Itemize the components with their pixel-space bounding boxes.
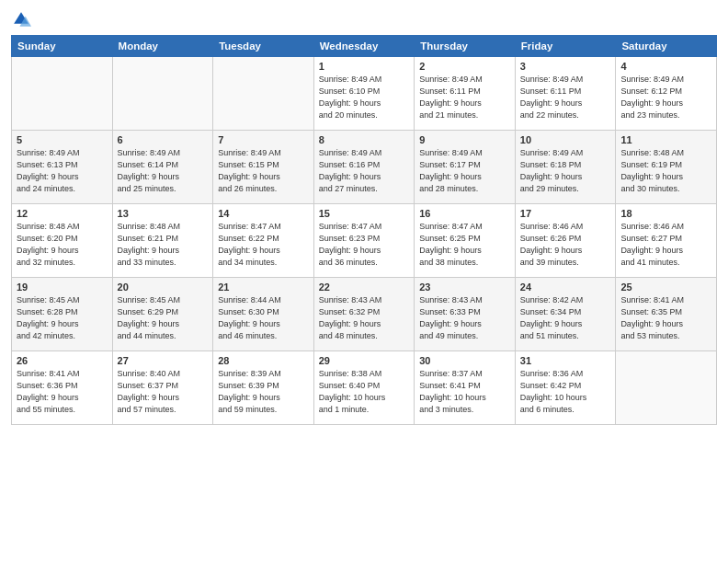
calendar-cell: 14Sunrise: 8:47 AM Sunset: 6:22 PM Dayli…	[213, 204, 314, 278]
calendar-week: 12Sunrise: 8:48 AM Sunset: 6:20 PM Dayli…	[12, 204, 717, 278]
day-number: 31	[520, 355, 611, 366]
calendar-cell: 29Sunrise: 8:38 AM Sunset: 6:40 PM Dayli…	[313, 351, 415, 425]
calendar-cell	[112, 57, 213, 131]
calendar-cell: 18Sunrise: 8:46 AM Sunset: 6:27 PM Dayli…	[616, 204, 717, 278]
day-info: Sunrise: 8:48 AM Sunset: 6:21 PM Dayligh…	[118, 221, 209, 269]
day-info: Sunrise: 8:46 AM Sunset: 6:27 PM Dayligh…	[620, 221, 711, 269]
page-container: SundayMondayTuesdayWednesdayThursdayFrid…	[0, 0, 728, 432]
calendar-cell: 4Sunrise: 8:49 AM Sunset: 6:12 PM Daylig…	[616, 57, 717, 131]
day-header: Wednesday	[313, 36, 415, 57]
day-number: 14	[218, 208, 309, 219]
day-info: Sunrise: 8:39 AM Sunset: 6:39 PM Dayligh…	[218, 368, 309, 416]
calendar-cell: 17Sunrise: 8:46 AM Sunset: 6:26 PM Dayli…	[515, 204, 616, 278]
day-number: 27	[118, 355, 209, 366]
day-info: Sunrise: 8:41 AM Sunset: 6:36 PM Dayligh…	[17, 368, 108, 416]
day-number: 18	[620, 208, 711, 219]
day-header: Friday	[515, 36, 616, 57]
calendar-cell: 3Sunrise: 8:49 AM Sunset: 6:11 PM Daylig…	[515, 57, 616, 131]
day-info: Sunrise: 8:48 AM Sunset: 6:20 PM Dayligh…	[17, 221, 108, 269]
day-info: Sunrise: 8:47 AM Sunset: 6:23 PM Dayligh…	[319, 221, 410, 269]
day-header: Tuesday	[213, 36, 314, 57]
header	[11, 9, 717, 29]
day-info: Sunrise: 8:37 AM Sunset: 6:41 PM Dayligh…	[419, 368, 510, 416]
calendar-cell: 10Sunrise: 8:49 AM Sunset: 6:18 PM Dayli…	[515, 131, 616, 204]
day-number: 12	[17, 208, 108, 219]
calendar-cell: 12Sunrise: 8:48 AM Sunset: 6:20 PM Dayli…	[12, 204, 113, 278]
day-info: Sunrise: 8:49 AM Sunset: 6:11 PM Dayligh…	[520, 74, 611, 121]
day-number: 28	[218, 355, 309, 366]
day-number: 5	[17, 134, 108, 145]
day-number: 29	[319, 355, 410, 366]
calendar-cell: 15Sunrise: 8:47 AM Sunset: 6:23 PM Dayli…	[313, 204, 415, 278]
day-info: Sunrise: 8:41 AM Sunset: 6:35 PM Dayligh…	[620, 294, 711, 342]
calendar-cell: 27Sunrise: 8:40 AM Sunset: 6:37 PM Dayli…	[112, 351, 213, 425]
calendar-cell: 31Sunrise: 8:36 AM Sunset: 6:42 PM Dayli…	[515, 351, 616, 425]
day-number: 3	[520, 61, 611, 72]
calendar-week: 1Sunrise: 8:49 AM Sunset: 6:10 PM Daylig…	[12, 57, 717, 131]
logo	[11, 9, 35, 29]
calendar-cell: 2Sunrise: 8:49 AM Sunset: 6:11 PM Daylig…	[415, 57, 516, 131]
logo-icon	[11, 9, 31, 29]
day-number: 1	[319, 61, 410, 72]
day-header: Thursday	[415, 36, 516, 57]
day-number: 20	[118, 282, 209, 293]
day-info: Sunrise: 8:49 AM Sunset: 6:17 PM Dayligh…	[419, 147, 510, 195]
day-number: 22	[319, 282, 410, 293]
day-info: Sunrise: 8:42 AM Sunset: 6:34 PM Dayligh…	[520, 294, 611, 342]
calendar-cell: 30Sunrise: 8:37 AM Sunset: 6:41 PM Dayli…	[415, 351, 516, 425]
day-number: 17	[520, 208, 611, 219]
calendar-cell: 25Sunrise: 8:41 AM Sunset: 6:35 PM Dayli…	[616, 278, 717, 351]
day-info: Sunrise: 8:48 AM Sunset: 6:19 PM Dayligh…	[620, 147, 711, 195]
day-info: Sunrise: 8:46 AM Sunset: 6:26 PM Dayligh…	[520, 221, 611, 269]
day-info: Sunrise: 8:49 AM Sunset: 6:16 PM Dayligh…	[319, 147, 410, 195]
day-info: Sunrise: 8:45 AM Sunset: 6:28 PM Dayligh…	[17, 294, 108, 342]
day-number: 15	[319, 208, 410, 219]
day-info: Sunrise: 8:38 AM Sunset: 6:40 PM Dayligh…	[319, 368, 410, 416]
day-number: 7	[218, 134, 309, 145]
day-info: Sunrise: 8:49 AM Sunset: 6:13 PM Dayligh…	[17, 147, 108, 195]
calendar-cell	[213, 57, 314, 131]
calendar-cell: 23Sunrise: 8:43 AM Sunset: 6:33 PM Dayli…	[415, 278, 516, 351]
day-number: 30	[419, 355, 510, 366]
calendar-cell: 13Sunrise: 8:48 AM Sunset: 6:21 PM Dayli…	[112, 204, 213, 278]
day-info: Sunrise: 8:49 AM Sunset: 6:15 PM Dayligh…	[218, 147, 309, 195]
calendar-cell: 8Sunrise: 8:49 AM Sunset: 6:16 PM Daylig…	[313, 131, 415, 204]
day-header: Saturday	[616, 36, 717, 57]
day-number: 23	[419, 282, 510, 293]
day-header: Monday	[112, 36, 213, 57]
day-info: Sunrise: 8:49 AM Sunset: 6:11 PM Dayligh…	[419, 74, 510, 121]
calendar-cell: 7Sunrise: 8:49 AM Sunset: 6:15 PM Daylig…	[213, 131, 314, 204]
day-info: Sunrise: 8:43 AM Sunset: 6:32 PM Dayligh…	[319, 294, 410, 342]
day-number: 10	[520, 134, 611, 145]
day-number: 26	[17, 355, 108, 366]
day-number: 21	[218, 282, 309, 293]
calendar-cell	[616, 351, 717, 425]
calendar-cell: 5Sunrise: 8:49 AM Sunset: 6:13 PM Daylig…	[12, 131, 113, 204]
day-number: 9	[419, 134, 510, 145]
calendar-cell: 9Sunrise: 8:49 AM Sunset: 6:17 PM Daylig…	[415, 131, 516, 204]
calendar-week: 5Sunrise: 8:49 AM Sunset: 6:13 PM Daylig…	[12, 131, 717, 204]
day-info: Sunrise: 8:49 AM Sunset: 6:18 PM Dayligh…	[520, 147, 611, 195]
day-info: Sunrise: 8:49 AM Sunset: 6:10 PM Dayligh…	[319, 74, 410, 121]
day-number: 24	[520, 282, 611, 293]
calendar-week: 26Sunrise: 8:41 AM Sunset: 6:36 PM Dayli…	[12, 351, 717, 425]
day-number: 8	[319, 134, 410, 145]
day-number: 19	[17, 282, 108, 293]
calendar-cell: 24Sunrise: 8:42 AM Sunset: 6:34 PM Dayli…	[515, 278, 616, 351]
day-number: 25	[620, 282, 711, 293]
day-info: Sunrise: 8:49 AM Sunset: 6:14 PM Dayligh…	[118, 147, 209, 195]
day-info: Sunrise: 8:40 AM Sunset: 6:37 PM Dayligh…	[118, 368, 209, 416]
calendar-cell: 1Sunrise: 8:49 AM Sunset: 6:10 PM Daylig…	[313, 57, 415, 131]
day-info: Sunrise: 8:49 AM Sunset: 6:12 PM Dayligh…	[620, 74, 711, 121]
calendar-cell: 26Sunrise: 8:41 AM Sunset: 6:36 PM Dayli…	[12, 351, 113, 425]
day-info: Sunrise: 8:43 AM Sunset: 6:33 PM Dayligh…	[419, 294, 510, 342]
calendar-week: 19Sunrise: 8:45 AM Sunset: 6:28 PM Dayli…	[12, 278, 717, 351]
calendar-cell: 21Sunrise: 8:44 AM Sunset: 6:30 PM Dayli…	[213, 278, 314, 351]
day-info: Sunrise: 8:47 AM Sunset: 6:22 PM Dayligh…	[218, 221, 309, 269]
header-row: SundayMondayTuesdayWednesdayThursdayFrid…	[12, 36, 717, 57]
day-number: 11	[620, 134, 711, 145]
calendar-cell	[12, 57, 113, 131]
calendar-cell: 20Sunrise: 8:45 AM Sunset: 6:29 PM Dayli…	[112, 278, 213, 351]
day-number: 2	[419, 61, 510, 72]
calendar-cell: 28Sunrise: 8:39 AM Sunset: 6:39 PM Dayli…	[213, 351, 314, 425]
